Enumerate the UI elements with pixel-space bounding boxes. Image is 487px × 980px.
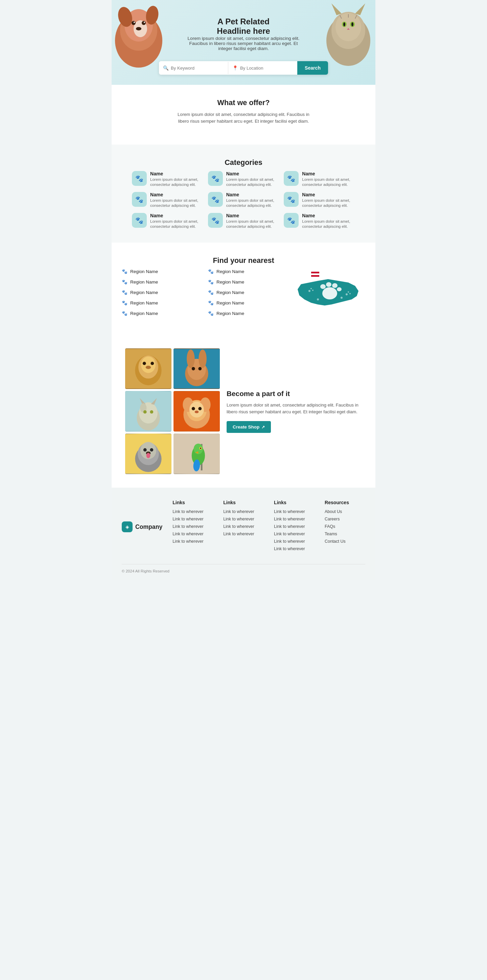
footer-link[interactable]: Link to wherever — [223, 531, 264, 536]
photo-terrier — [125, 434, 171, 474]
category-name: Name — [226, 171, 279, 177]
location-input[interactable] — [240, 65, 293, 71]
region-item[interactable]: 🐾Region Name — [208, 269, 284, 274]
svg-point-53 — [198, 367, 201, 371]
footer-cols: LinksLink to whereverLink to whereverLin… — [172, 500, 365, 554]
svg-point-36 — [348, 291, 349, 293]
footer-link[interactable]: Link to wherever — [172, 539, 213, 544]
category-icon — [132, 213, 147, 228]
find-nearest-section: Find your nearest 🐾Region Name🐾Region Na… — [112, 243, 375, 335]
svg-rect-24 — [311, 272, 319, 274]
svg-point-35 — [346, 293, 348, 295]
footer-link[interactable]: Careers — [325, 517, 365, 522]
region-item[interactable]: 🐾Region Name — [208, 290, 284, 295]
footer-top: ◈ Company LinksLink to whereverLink to w… — [122, 500, 365, 554]
category-desc: Lorem ipsum dolor sit amet, consectetur … — [302, 219, 355, 229]
svg-point-37 — [350, 293, 351, 294]
category-name: Name — [226, 213, 279, 218]
category-item[interactable]: Name Lorem ipsum dolor sit amet, consect… — [284, 213, 355, 229]
category-icon — [284, 213, 299, 228]
region-name: Region Name — [130, 290, 158, 295]
footer-col-title: Links — [223, 500, 264, 505]
svg-point-51 — [198, 349, 206, 368]
search-bar: 🔍 📍 Search — [159, 61, 328, 75]
category-desc: Lorem ipsum dolor sit amet, consectetur … — [150, 219, 203, 229]
footer-link[interactable]: Teams — [325, 531, 365, 536]
category-icon — [132, 171, 147, 186]
svg-point-76 — [150, 449, 153, 452]
category-icon — [284, 171, 299, 186]
become-inner: Become a part of it Lorem ipsum dolor si… — [125, 348, 362, 474]
hero-subtitle: Lorem ipsum dolor sit amet, consectetur … — [186, 36, 301, 51]
footer-link[interactable]: Link to wherever — [172, 517, 213, 522]
category-name: Name — [150, 171, 203, 177]
region-name: Region Name — [216, 290, 244, 295]
category-item[interactable]: Name Lorem ipsum dolor sit amet, consect… — [208, 192, 279, 208]
footer-link[interactable]: Link to wherever — [172, 524, 213, 529]
footer-link[interactable]: Link to wherever — [274, 524, 315, 529]
svg-point-50 — [187, 349, 195, 368]
photo-dog1 — [125, 348, 171, 389]
region-item[interactable]: 🐾Region Name — [122, 269, 198, 274]
footer-link[interactable]: About Us — [325, 509, 365, 514]
category-item[interactable]: Name Lorem ipsum dolor sit amet, consect… — [208, 171, 279, 187]
region-item[interactable]: 🐾Region Name — [122, 280, 198, 285]
category-item[interactable]: Name Lorem ipsum dolor sit amet, consect… — [284, 171, 355, 187]
footer-link[interactable]: Link to wherever — [274, 531, 315, 536]
region-item[interactable]: 🐾Region Name — [208, 311, 284, 316]
region-name: Region Name — [216, 280, 244, 285]
create-shop-button[interactable]: Create Shop ↗ — [227, 421, 271, 433]
region-item[interactable]: 🐾Region Name — [122, 311, 198, 316]
category-icon — [208, 171, 223, 186]
footer-link[interactable]: FAQs — [325, 524, 365, 529]
category-item[interactable]: Name Lorem ipsum dolor sit amet, consect… — [208, 213, 279, 229]
hero-section: A Pet Related Headline here Lorem ipsum … — [112, 0, 375, 85]
category-name: Name — [302, 171, 355, 177]
svg-point-60 — [144, 410, 147, 414]
footer-link[interactable]: Link to wherever — [274, 546, 315, 551]
become-text: Become a part of it Lorem ipsum dolor si… — [227, 390, 362, 433]
category-item[interactable]: Name Lorem ipsum dolor sit amet, consect… — [132, 192, 203, 208]
region-name: Region Name — [130, 269, 158, 274]
footer-link[interactable]: Link to wherever — [274, 509, 315, 514]
category-name: Name — [302, 213, 355, 218]
footer-col-title: Links — [274, 500, 315, 505]
footer-link[interactable]: Link to wherever — [223, 524, 264, 529]
paw-icon: 🐾 — [208, 280, 214, 285]
region-name: Region Name — [216, 269, 244, 274]
category-item[interactable]: Name Lorem ipsum dolor sit amet, consect… — [132, 171, 203, 187]
region-item[interactable]: 🐾Region Name — [122, 301, 198, 305]
paw-icon: 🐾 — [122, 269, 128, 274]
footer-link[interactable]: Link to wherever — [172, 509, 213, 514]
svg-point-68 — [192, 407, 195, 410]
footer-link[interactable]: Link to wherever — [223, 517, 264, 522]
svg-point-67 — [189, 402, 204, 418]
footer-link[interactable]: Link to wherever — [274, 517, 315, 522]
footer-link[interactable]: Link to wherever — [274, 539, 315, 544]
region-item[interactable]: 🐾Region Name — [122, 290, 198, 295]
offer-description: Lorem ipsum dolor sit amet, consectetur … — [176, 111, 311, 124]
category-item[interactable]: Name Lorem ipsum dolor sit amet, consect… — [132, 213, 203, 229]
location-field-wrapper: 📍 — [228, 62, 297, 74]
footer-col: LinksLink to whereverLink to whereverLin… — [274, 500, 315, 554]
footer-col: LinksLink to whereverLink to whereverLin… — [223, 500, 264, 554]
regions-col-2: 🐾Region Name🐾Region Name🐾Region Name🐾Reg… — [208, 269, 284, 321]
svg-point-75 — [144, 449, 147, 452]
svg-point-31 — [337, 287, 342, 291]
region-item[interactable]: 🐾Region Name — [208, 301, 284, 305]
category-icon — [208, 192, 223, 207]
paw-icon: 🐾 — [208, 311, 214, 316]
search-button[interactable]: Search — [297, 61, 328, 75]
svg-point-45 — [150, 362, 154, 365]
svg-point-85 — [200, 448, 201, 449]
footer-link[interactable]: Contact Us — [325, 539, 365, 544]
category-item[interactable]: Name Lorem ipsum dolor sit amet, consect… — [284, 192, 355, 208]
footer-link[interactable]: Link to wherever — [223, 509, 264, 514]
category-desc: Lorem ipsum dolor sit amet, consectetur … — [150, 177, 203, 187]
category-desc: Lorem ipsum dolor sit amet, consectetur … — [226, 177, 279, 187]
keyword-input[interactable] — [171, 65, 224, 71]
regions-col-1: 🐾Region Name🐾Region Name🐾Region Name🐾Reg… — [122, 269, 198, 321]
footer-link[interactable]: Link to wherever — [172, 531, 213, 536]
region-item[interactable]: 🐾Region Name — [208, 280, 284, 285]
paw-icon: 🐾 — [122, 290, 128, 295]
